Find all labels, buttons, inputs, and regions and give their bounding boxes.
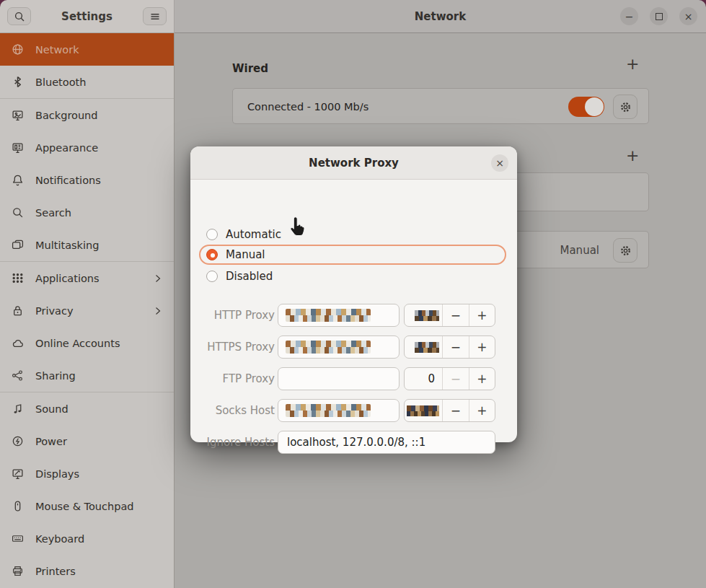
power-icon: [12, 435, 24, 447]
decrement-button-disabled[interactable]: −: [442, 368, 469, 390]
minimize-button[interactable]: −: [620, 7, 638, 25]
https-proxy-label: HTTPS Proxy: [190, 335, 275, 359]
search-icon: [14, 11, 25, 22]
network-icon: [12, 43, 24, 56]
add-vpn-button[interactable]: +: [626, 148, 639, 164]
sidebar-item-appearance[interactable]: Appearance: [0, 131, 174, 164]
minus-icon: −: [451, 403, 461, 418]
sidebar-item-multitasking[interactable]: Multitasking: [0, 229, 174, 261]
sidebar-item-search[interactable]: Search: [0, 196, 174, 229]
redacted-host-value: [286, 309, 371, 322]
sidebar-item-label: Network: [35, 44, 164, 56]
increment-button[interactable]: +: [469, 400, 495, 421]
window-content: Network Bluetooth Background Appearance …: [0, 33, 706, 588]
sidebar-item-background[interactable]: Background: [0, 99, 174, 131]
sidebar-item-power[interactable]: Power: [0, 425, 174, 457]
http-proxy-port-input[interactable]: [405, 304, 442, 326]
ftp-proxy-port-input[interactable]: 0: [405, 368, 442, 390]
close-icon: ×: [495, 157, 504, 169]
wired-connection-row[interactable]: Connected - 1000 Mb/s: [232, 88, 649, 124]
window-controls: − ×: [620, 7, 697, 25]
search-button[interactable]: [7, 7, 31, 25]
sidebar-item-label: Online Accounts: [35, 338, 164, 349]
maximize-icon: [656, 13, 663, 20]
network-proxy-dialog: Network Proxy × Automatic Manual Disable…: [190, 146, 517, 442]
sidebar-item-label: Sharing: [35, 370, 164, 382]
search-icon: [12, 206, 24, 219]
radio-label: Manual: [226, 248, 265, 261]
proxy-mode-manual[interactable]: Manual: [199, 245, 506, 265]
proxy-mode-disabled[interactable]: Disabled: [206, 266, 273, 286]
redacted-port-value: [415, 310, 439, 321]
increment-button[interactable]: +: [469, 304, 495, 326]
socks-host-input[interactable]: [278, 399, 400, 422]
sidebar-item-label: Keyboard: [35, 533, 164, 545]
wired-settings-button[interactable]: [613, 95, 637, 119]
socks-port-input[interactable]: [405, 400, 442, 421]
menu-button[interactable]: [143, 7, 167, 25]
https-proxy-port-stepper: − +: [404, 335, 495, 359]
redacted-port-value: [407, 405, 439, 416]
ftp-proxy-host-input[interactable]: [278, 367, 400, 390]
sidebar-item-network[interactable]: Network: [0, 33, 174, 66]
sidebar: Network Bluetooth Background Appearance …: [0, 33, 175, 588]
ignore-hosts-input[interactable]: localhost, 127.0.0.0/8, ::1: [278, 431, 495, 454]
decrement-button[interactable]: −: [442, 304, 469, 326]
close-button[interactable]: ×: [679, 7, 697, 25]
sidebar-item-sharing[interactable]: Sharing: [0, 359, 174, 392]
decrement-button[interactable]: −: [442, 336, 469, 358]
wired-toggle[interactable]: [568, 97, 604, 117]
mouse-icon: [12, 500, 24, 512]
http-proxy-label: HTTP Proxy: [190, 304, 275, 327]
http-proxy-port-stepper: − +: [404, 304, 495, 327]
add-wired-connection-button[interactable]: +: [626, 56, 639, 72]
sidebar-item-label: Sound: [35, 403, 164, 415]
https-proxy-port-input[interactable]: [405, 336, 442, 358]
sidebar-item-label: Search: [35, 207, 164, 219]
sidebar-item-mouse-touchpad[interactable]: Mouse & Touchpad: [0, 490, 174, 522]
increment-button[interactable]: +: [469, 336, 495, 358]
content-headerbar: Network − ×: [175, 0, 706, 33]
hamburger-icon: [149, 11, 161, 22]
sidebar-item-label: Privacy: [35, 305, 140, 317]
chevron-right-icon: [151, 273, 164, 284]
sidebar-item-label: Displays: [35, 468, 164, 480]
maximize-button[interactable]: [650, 7, 668, 25]
page-title: Network: [415, 10, 466, 23]
proxy-settings-button[interactable]: [613, 238, 637, 263]
proxy-mode-automatic[interactable]: Automatic: [206, 224, 281, 245]
app-title: Settings: [61, 10, 112, 23]
network-panel: Wired + Connected - 1000 Mb/s + Manual: [175, 33, 706, 588]
ftp-proxy-port-stepper: 0 − +: [404, 367, 495, 390]
plus-icon: +: [477, 340, 487, 354]
ftp-proxy-row: FTP Proxy 0 − +: [190, 367, 517, 390]
sidebar-item-keyboard[interactable]: Keyboard: [0, 522, 174, 555]
sidebar-item-printers[interactable]: Printers: [0, 555, 174, 587]
proxy-mode-value: Manual: [560, 232, 599, 269]
http-proxy-host-input[interactable]: [278, 304, 400, 327]
close-icon: ×: [684, 12, 693, 22]
sidebar-headerbar: Settings: [0, 0, 175, 33]
sidebar-item-label: Notifications: [35, 175, 164, 186]
sidebar-item-label: Applications: [35, 273, 140, 284]
sidebar-item-online-accounts[interactable]: Online Accounts: [0, 327, 174, 359]
sidebar-item-sound[interactable]: Sound: [0, 392, 174, 425]
sidebar-item-applications[interactable]: Applications: [0, 262, 174, 294]
sidebar-item-privacy[interactable]: Privacy: [0, 294, 174, 327]
display-icon: [12, 468, 24, 480]
socks-port-stepper: − +: [404, 399, 495, 422]
radio-unchecked-icon: [206, 229, 218, 240]
sidebar-item-bluetooth[interactable]: Bluetooth: [0, 66, 174, 98]
sidebar-item-displays[interactable]: Displays: [0, 457, 174, 490]
lock-icon: [12, 304, 24, 317]
sidebar-item-notifications[interactable]: Notifications: [0, 164, 174, 196]
keyboard-icon: [12, 532, 24, 545]
dialog-close-button[interactable]: ×: [491, 154, 508, 172]
increment-button[interactable]: +: [469, 368, 495, 390]
ignore-hosts-value: localhost, 127.0.0.0/8, ::1: [278, 436, 425, 449]
https-proxy-host-input[interactable]: [278, 335, 400, 359]
decrement-button[interactable]: −: [442, 400, 469, 421]
port-value: 0: [428, 372, 439, 385]
radio-checked-icon: [206, 249, 218, 260]
radio-label: Automatic: [226, 228, 281, 241]
